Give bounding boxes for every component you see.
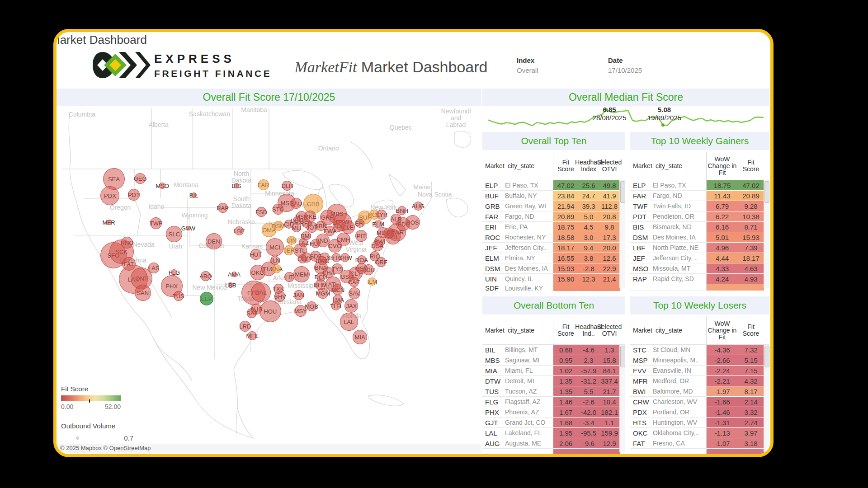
map-bubble-FWA[interactable] — [325, 226, 335, 236]
map-bubble-HOU[interactable] — [259, 300, 281, 322]
map-bubble-TWF[interactable] — [150, 217, 162, 229]
map-bubble-AUG[interactable] — [414, 202, 423, 211]
table-row[interactable]: PDTPendleton, OR6.2210.38 — [630, 211, 769, 222]
column-header[interactable]: Fit Score — [738, 152, 764, 180]
table-row[interactable]: ELPEl Paso, TX18.7547.02 — [630, 180, 769, 191]
map-bubble-RAP[interactable] — [218, 203, 228, 213]
column-header[interactable]: city_state — [653, 316, 706, 344]
median-sparkline[interactable]: 6.85 28/08/2025 5.08 19/09/2025 — [482, 106, 769, 130]
map-bubble-FAR[interactable] — [258, 179, 269, 190]
map-bubble-DLH[interactable] — [282, 181, 292, 191]
map-bubble-DEN[interactable] — [206, 233, 222, 249]
table-scrollbar[interactable] — [764, 345, 769, 452]
table-row[interactable]: ELMElmira, NY16.553.812.6 — [482, 253, 625, 263]
map-bubble-LAL[interactable] — [340, 313, 358, 331]
map-bubble-ROA[interactable] — [357, 255, 366, 264]
map-bubble-SYR[interactable] — [377, 210, 387, 220]
table-row[interactable]: FARFargo, ND11.4320.89 — [630, 191, 769, 201]
map-bubble-DAL[interactable] — [251, 282, 271, 302]
map-bubble-DSM[interactable] — [274, 221, 283, 231]
map-bubble-ILM[interactable] — [368, 277, 376, 286]
column-header[interactable]: city_state — [653, 152, 706, 180]
map-bubble-LRD[interactable] — [240, 321, 250, 332]
table-row[interactable]: BUFBuffalo, NY23.8424.741.9 — [482, 191, 625, 201]
map-bubble-LAS[interactable] — [148, 263, 159, 273]
table-row[interactable]: ERIErie, PA18.754.59.8 — [482, 222, 625, 232]
column-header[interactable]: WoW Change in Fit — [706, 316, 738, 344]
table-row[interactable]: FLGFlagstaff, AZ1.46-2.610.4 — [482, 397, 625, 407]
map-bubble-MOB[interactable] — [307, 301, 316, 311]
table-scrollbar[interactable] — [764, 180, 769, 288]
table-row[interactable]: RAPRapid City, SD4.244.93 — [630, 274, 769, 284]
column-header[interactable]: Market — [630, 316, 653, 344]
column-header[interactable]: Fit Score — [738, 316, 764, 344]
map-bubble-GRB[interactable] — [303, 194, 323, 214]
map-bubble-JLN[interactable] — [270, 256, 279, 265]
map-bubble-ABQ[interactable] — [201, 271, 211, 281]
map-bubble-RFD[interactable] — [302, 219, 311, 228]
map-bubble-FAT[interactable] — [122, 257, 136, 271]
map-bubble-HTS[interactable] — [332, 253, 341, 262]
map-bubble-FSD[interactable] — [256, 207, 266, 217]
map-bubble-MFR[interactable] — [106, 220, 112, 225]
map-bubble-HUF[interactable] — [311, 239, 320, 248]
map-bubble-BIL[interactable] — [191, 192, 197, 198]
table-row[interactable] — [482, 449, 625, 455]
table-row[interactable]: MSOMissoula, MT4.334.63 — [630, 263, 769, 274]
map-bubble-JEF[interactable] — [284, 245, 294, 255]
fit-score-map[interactable]: ColumbiaAlbertaSaskatchewanManitobaOntar… — [57, 106, 481, 453]
column-header[interactable]: Selected OTVI — [599, 316, 620, 344]
table-row[interactable]: JEFJefferson City..18.179.420.0 — [482, 243, 625, 253]
table-row[interactable]: BWIBaltimore, MD-1.978.17 — [630, 386, 769, 397]
table-row[interactable]: OKCOklahoma City,..-1.133.97 — [630, 428, 769, 438]
table-row[interactable]: EVVEvansville, IN-2.247.15 — [630, 366, 769, 376]
table-row[interactable]: SDFLouisville, KY — [482, 284, 625, 291]
scrollbar-thumb[interactable] — [620, 181, 625, 203]
map-bubble-MCI[interactable] — [266, 238, 284, 256]
map-bubble-JAN[interactable] — [294, 290, 304, 300]
table-row[interactable]: PHXPhoenix, AZ1.67-42.0182.1 — [482, 407, 625, 418]
column-header[interactable]: Selected OTVI — [599, 152, 620, 180]
map-bubble-SLC[interactable] — [166, 226, 182, 242]
map-bubble-BIS[interactable] — [234, 183, 239, 188]
table-row[interactable]: GRBGreen Bay, WI21.9439.3112.8 — [482, 201, 625, 211]
column-header[interactable]: Headhaul Ind.. — [578, 316, 599, 344]
map-bubble-GVW[interactable] — [186, 226, 190, 230]
map-bubble-TXK[interactable] — [274, 284, 283, 294]
map-bubble-AMA[interactable] — [231, 272, 237, 277]
map-bubble-XNA[interactable] — [272, 264, 281, 273]
map-bubble-MEM[interactable] — [293, 266, 310, 282]
table-scrollbar[interactable] — [619, 345, 625, 452]
column-header[interactable]: Market — [482, 316, 505, 344]
map-bubble-BWG[interactable] — [318, 256, 327, 265]
map-bubble-GEG[interactable] — [135, 173, 146, 184]
column-header[interactable]: WoW Change in Fit — [706, 152, 738, 180]
table-row[interactable]: HTSHuntington, WV-1.312.74 — [630, 418, 769, 428]
map-bubble-ORF[interactable] — [376, 257, 386, 267]
table-row[interactable]: BILBillings, MT0.68-4.61.3 — [482, 345, 625, 355]
table-row[interactable]: CRWCharleston, WV-1.662.14 — [630, 397, 769, 407]
map-bubble-LBF[interactable] — [235, 226, 244, 235]
map-bubble-DCU[interactable] — [316, 272, 326, 282]
table-row[interactable] — [630, 284, 769, 291]
map-bubble-SBN[interactable] — [316, 221, 326, 231]
table-row[interactable]: ROCRochester, NY18.583.017.3 — [482, 232, 625, 243]
map-bubble-BNH[interactable] — [397, 206, 406, 215]
map-bubble-MFE[interactable] — [248, 331, 257, 340]
map-bubble-UIN[interactable] — [287, 236, 296, 245]
map-bubble-ERI[interactable] — [355, 219, 364, 228]
table-row[interactable]: MIAMiami, FL1.02-57.984.1 — [482, 366, 625, 376]
column-header[interactable]: city_state — [505, 152, 553, 180]
table-row[interactable]: ELPEl Paso, TX47.0225.649.8 — [482, 180, 625, 191]
map-bubble-EAU[interactable] — [291, 198, 302, 209]
map-bubble-MLI[interactable] — [292, 223, 301, 232]
map-bubble-TLH[interactable] — [331, 301, 340, 310]
column-header[interactable]: Headhaul Index — [578, 152, 599, 180]
table-row[interactable]: STCSt Cloud, MN-4.367.32 — [630, 345, 769, 355]
map-bubble-PDX[interactable] — [100, 186, 119, 205]
map-bubble-MGM[interactable] — [317, 288, 328, 299]
map-bubble-DBQ[interactable] — [293, 216, 301, 225]
map-bubble-ELP[interactable] — [200, 292, 213, 305]
table-row[interactable]: MFRMedford, OR-2.214.32 — [630, 376, 769, 386]
map-bubble-PDT[interactable] — [128, 189, 140, 201]
